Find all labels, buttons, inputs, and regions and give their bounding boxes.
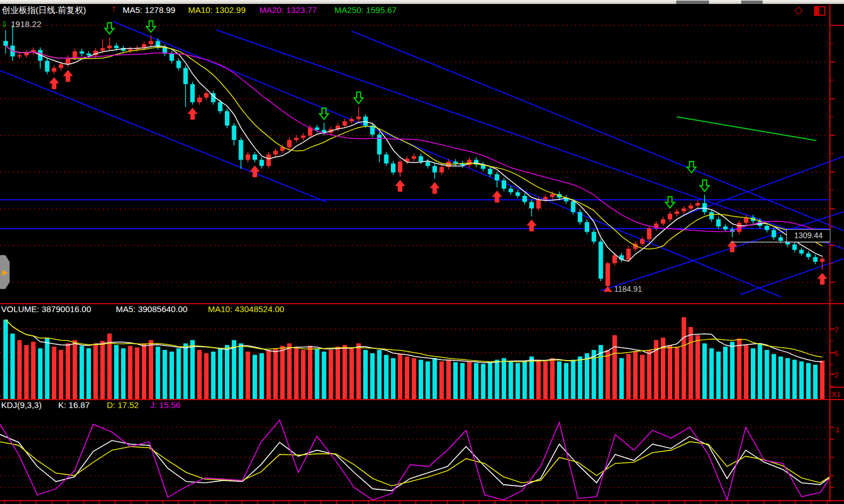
period-low-label: 1184.91 [614, 284, 642, 294]
vol-axis-tick-2: 2 [834, 370, 838, 380]
kdj-d-value: D: 17.52 [107, 400, 139, 410]
high-marker-icon: ⇩ [1, 19, 8, 29]
volume-ma5-value: MA5: 39085640.00 [116, 304, 188, 314]
vol-axis-tick-5: 5 [834, 349, 838, 359]
window-split-icon[interactable] [814, 6, 825, 16]
window-titlebar-sliver [0, 0, 844, 4]
panel-expand-tab[interactable]: ▶ [0, 255, 10, 289]
ma10-value: MA10: 1302.99 [188, 5, 246, 15]
chart-canvas[interactable] [0, 0, 844, 504]
price-line-label: 1309.44 [786, 229, 830, 242]
titlebar-notch [676, 1, 709, 4]
kdj-title: KDJ(9,3,3) [1, 400, 42, 410]
period-high-label: 1918.22 [11, 19, 41, 29]
trading-app-window: { "header": { "title": "创业板指(日线.前复权)", "… [0, 0, 844, 504]
instrument-title: 创业板指(日线.前复权) [2, 5, 86, 15]
kdj-j-value: J: 15.56 [150, 400, 180, 410]
ma250-value: MA250: 1595.67 [334, 5, 397, 15]
up-arrow-icon: ↑ [111, 4, 116, 14]
ma5-value: MA5: 1278.99 [123, 5, 175, 15]
kdj-axis-tick: 1 [836, 425, 839, 435]
ma20-value: MA20: 1323.77 [259, 5, 317, 15]
volume-value: VOLUME: 38790016.00 [1, 304, 91, 314]
expand-arrow-icon: ▶ [2, 268, 8, 277]
diamond-icon[interactable]: ◇ [794, 3, 803, 16]
kdj-k-value: K: 16.87 [58, 400, 90, 410]
vol-axis-multiplier: X1 [832, 389, 841, 400]
window-split-icon-fill [815, 7, 819, 15]
volume-ma10-value: MA10: 43048524.00 [208, 304, 284, 314]
titlebar-notch [741, 1, 763, 4]
vol-axis-tick-7: 7 [834, 325, 838, 335]
